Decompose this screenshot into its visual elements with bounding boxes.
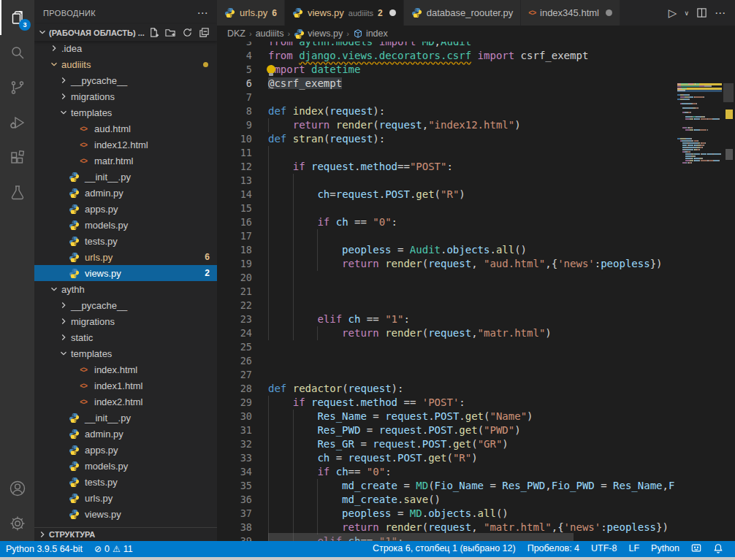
tree-item-matr-html[interactable]: <>matr.html bbox=[34, 153, 217, 169]
refresh-icon[interactable] bbox=[182, 27, 193, 38]
status-language-mode[interactable]: Python bbox=[645, 543, 685, 553]
tree-item-index2-html[interactable]: <>index2.html bbox=[34, 394, 217, 410]
status-notifications[interactable] bbox=[707, 543, 729, 556]
status-indentation[interactable]: Пробелов: 4 bbox=[522, 543, 585, 553]
code-editor[interactable]: 3from aythh.models import MD,Audit4from … bbox=[217, 42, 735, 541]
tree-item-index-html[interactable]: <>index.html bbox=[34, 361, 217, 377]
code-token: = bbox=[354, 438, 373, 450]
tree-item-migrations[interactable]: migrations bbox=[34, 313, 217, 329]
code-token: def bbox=[268, 105, 293, 117]
split-editor-icon[interactable] bbox=[696, 7, 707, 18]
code-token: = bbox=[595, 480, 613, 491]
tree-item-tests-py[interactable]: tests.py bbox=[34, 474, 217, 490]
tree-item-models-py[interactable]: models.py bbox=[34, 217, 217, 233]
tree-item-aud-html[interactable]: <>aud.html bbox=[34, 120, 217, 137]
horizontal-scrollbar-slider[interactable] bbox=[268, 533, 574, 541]
tree-item-views-py[interactable]: views.py2 bbox=[34, 265, 217, 281]
lightbulb-icon[interactable] bbox=[267, 65, 275, 74]
tree-item-templates[interactable]: templates bbox=[34, 345, 217, 361]
python-file-icon bbox=[68, 477, 80, 488]
run-python-file-icon[interactable]: ▷ bbox=[669, 7, 677, 20]
vertical-scrollbar[interactable] bbox=[722, 83, 735, 541]
source-control-icon bbox=[9, 79, 26, 96]
activity-item-testing[interactable] bbox=[0, 175, 34, 210]
tree-item-urls-py[interactable]: urls.py6 bbox=[34, 249, 217, 265]
indent-guide bbox=[317, 479, 342, 493]
activity-item-run-debug[interactable] bbox=[0, 105, 34, 140]
tree-item--init-py[interactable]: __init__.py bbox=[34, 410, 217, 426]
line-number: 38 bbox=[217, 521, 252, 534]
breadcrumb-item-views-py[interactable]: views.py bbox=[294, 28, 343, 39]
activity-item-search[interactable] bbox=[0, 35, 34, 70]
code-token: ,{ bbox=[552, 521, 564, 533]
tree-item-templates[interactable]: templates bbox=[34, 104, 217, 120]
status-problems[interactable]: ⊘0⚠11 bbox=[88, 544, 139, 554]
explorer-more-icon[interactable]: ⋯ bbox=[197, 7, 208, 20]
indent-guide bbox=[293, 312, 318, 326]
tree-item-migrations[interactable]: migrations bbox=[34, 88, 217, 104]
indent-guide bbox=[293, 285, 318, 299]
tree-item-static[interactable]: static bbox=[34, 329, 217, 345]
new-file-icon[interactable] bbox=[148, 27, 159, 38]
tree-item-views-py[interactable]: views.py bbox=[34, 506, 217, 522]
workspace-label: (РАБОЧАЯ ОБЛАСТЬ) ... bbox=[49, 28, 148, 37]
tree-item-index12-html[interactable]: <>index12.html bbox=[34, 137, 217, 153]
minimap[interactable] bbox=[676, 83, 722, 541]
activity-item-settings[interactable] bbox=[0, 506, 34, 541]
vertical-scrollbar-slider[interactable] bbox=[723, 83, 734, 102]
code-token: ) bbox=[527, 410, 533, 422]
tree-item-index1-html[interactable]: <>index1.html bbox=[34, 377, 217, 394]
workspace-section-header[interactable]: (РАБОЧАЯ ОБЛАСТЬ) ... bbox=[34, 24, 217, 41]
tab-urls-py[interactable]: urls.py6 bbox=[217, 0, 285, 26]
code-token: Res_GR bbox=[317, 438, 354, 450]
code-token: ch bbox=[317, 452, 330, 464]
code-token: "0" bbox=[367, 466, 385, 477]
code-line-text: import datetime bbox=[268, 63, 360, 77]
code-token: ch bbox=[336, 216, 349, 228]
code-line: 9return render(request,"index12.html") bbox=[217, 118, 676, 132]
tree-item-admin-py[interactable]: admin.py bbox=[34, 185, 217, 201]
tree-item-label: tests.py bbox=[85, 236, 118, 247]
tree-item--idea[interactable]: .idea bbox=[34, 40, 217, 56]
indent-guide bbox=[268, 410, 293, 423]
tree-item-urls-py[interactable]: urls.py bbox=[34, 490, 217, 506]
editor-more-actions-icon[interactable]: ⋯ bbox=[715, 7, 726, 20]
status-encoding[interactable]: UTF-8 bbox=[585, 543, 622, 553]
activity-item-explorer[interactable]: 3 bbox=[0, 0, 34, 35]
indent-guide bbox=[293, 215, 318, 229]
tab-views-py[interactable]: views.pyaudiiits2 bbox=[285, 0, 404, 26]
status-eol[interactable]: LF bbox=[622, 543, 645, 553]
tree-item-audiiits[interactable]: audiiits bbox=[34, 56, 217, 72]
tab-index345-html[interactable]: <>index345.html bbox=[521, 0, 620, 26]
outline-section-header[interactable]: СТРУКТУРА bbox=[34, 527, 217, 541]
new-folder-icon[interactable] bbox=[165, 27, 176, 38]
status-cursor-position[interactable]: Строка 6, столбец 1 (выбрано 12) bbox=[367, 543, 522, 553]
status-python-interpreter[interactable]: Python 3.9.5 64-bit bbox=[0, 544, 88, 554]
indent-guide bbox=[293, 326, 318, 340]
tree-item--pycache-[interactable]: __pycache__ bbox=[34, 297, 217, 313]
run-dropdown-chevron-icon[interactable]: ∨ bbox=[684, 9, 689, 17]
tree-item-admin-py[interactable]: admin.py bbox=[34, 426, 217, 442]
code-line-text bbox=[268, 271, 317, 285]
activity-item-account[interactable] bbox=[0, 471, 34, 506]
activity-item-source-control[interactable] bbox=[0, 70, 34, 105]
collapse-all-icon[interactable] bbox=[199, 27, 210, 38]
indent-guide bbox=[268, 271, 293, 285]
breadcrumb-item-dkz[interactable]: DKZ bbox=[227, 28, 245, 39]
code-token: md_create bbox=[342, 494, 397, 505]
breadcrumb-item-audiiits[interactable]: audiiits bbox=[256, 28, 284, 39]
status-feedback[interactable] bbox=[685, 543, 707, 556]
tree-item--pycache-[interactable]: __pycache__ bbox=[34, 72, 217, 88]
tree-item-apps-py[interactable]: apps.py bbox=[34, 201, 217, 217]
tree-item-apps-py[interactable]: apps.py bbox=[34, 442, 217, 458]
line-number: 11 bbox=[217, 146, 252, 160]
tree-item-aythh[interactable]: aythh bbox=[34, 281, 217, 297]
tree-item-tests-py[interactable]: tests.py bbox=[34, 233, 217, 249]
code-token: "matr.html" bbox=[478, 327, 546, 339]
code-token: POST bbox=[397, 452, 422, 464]
breadcrumb-item-index[interactable]: index bbox=[353, 28, 388, 39]
tree-item--init-py[interactable]: __init__.py bbox=[34, 169, 217, 185]
tree-item-models-py[interactable]: models.py bbox=[34, 458, 217, 474]
tab-database-roouter-py[interactable]: database_roouter.py bbox=[404, 0, 522, 26]
activity-item-extensions[interactable] bbox=[0, 140, 34, 175]
